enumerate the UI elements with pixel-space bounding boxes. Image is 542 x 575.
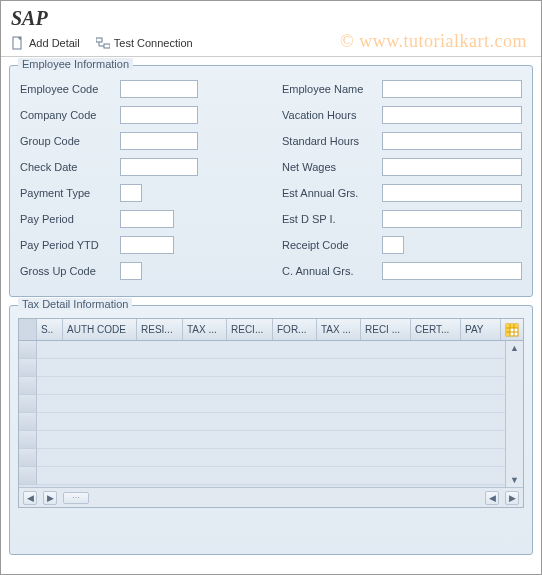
employee-info-title: Employee Information	[18, 58, 133, 70]
net-wages-label: Net Wages	[282, 161, 382, 173]
row-selector[interactable]	[19, 341, 37, 359]
vacation-hours-label: Vacation Hours	[282, 109, 382, 121]
row-selector[interactable]	[19, 377, 37, 395]
table-row[interactable]	[19, 395, 505, 413]
employee-name-input[interactable]	[382, 80, 522, 98]
row-cells	[37, 359, 505, 377]
est-annual-grs-input[interactable]	[382, 184, 522, 202]
check-date-label: Check Date	[20, 161, 120, 173]
table-layout-icon	[505, 323, 519, 337]
table-row[interactable]	[19, 467, 505, 485]
add-detail-label: Add Detail	[29, 37, 80, 49]
standard-hours-label: Standard Hours	[282, 135, 382, 147]
table-header: S.. AUTH CODE RESI... TAX ... RECI... FO…	[19, 319, 523, 341]
row-cells	[37, 431, 505, 449]
c-annual-grs-input[interactable]	[382, 262, 522, 280]
pay-period-ytd-label: Pay Period YTD	[20, 239, 120, 251]
est-d-sp-i-label: Est D SP I.	[282, 213, 382, 225]
row-cells	[37, 467, 505, 485]
standard-hours-input[interactable]	[382, 132, 522, 150]
new-document-icon	[11, 36, 25, 50]
company-code-label: Company Code	[20, 109, 120, 121]
employee-name-label: Employee Name	[282, 83, 382, 95]
vacation-hours-input[interactable]	[382, 106, 522, 124]
row-cells	[37, 395, 505, 413]
horizontal-scrollbar[interactable]: ◀ ▶ ⋯ ◀ ▶	[19, 487, 523, 507]
row-selector[interactable]	[19, 359, 37, 377]
pay-period-input[interactable]	[120, 210, 174, 228]
row-cells	[37, 413, 505, 431]
row-selector[interactable]	[19, 449, 37, 467]
scroll-left-end-button[interactable]: ◀	[485, 491, 499, 505]
receipt-code-label: Receipt Code	[282, 239, 382, 251]
group-code-label: Group Code	[20, 135, 120, 147]
row-selector[interactable]	[19, 413, 37, 431]
tax-detail-table: S.. AUTH CODE RESI... TAX ... RECI... FO…	[18, 318, 524, 508]
select-all-header[interactable]	[19, 319, 37, 340]
svg-rect-2	[104, 44, 110, 48]
scroll-thumb[interactable]: ⋯	[63, 492, 89, 504]
est-annual-grs-label: Est Annual Grs.	[282, 187, 382, 199]
svg-rect-1	[96, 38, 102, 42]
scroll-down-icon: ▼	[510, 475, 519, 485]
table-row[interactable]	[19, 431, 505, 449]
col-for[interactable]: FOR...	[273, 319, 317, 340]
add-detail-button[interactable]: Add Detail	[11, 36, 80, 50]
col-s[interactable]: S..	[37, 319, 63, 340]
group-code-input[interactable]	[120, 132, 198, 150]
row-cells	[37, 341, 505, 359]
tax-detail-group: Tax Detail Information S.. AUTH CODE RES…	[9, 305, 533, 555]
table-row[interactable]	[19, 413, 505, 431]
employee-code-input[interactable]	[120, 80, 198, 98]
col-cert[interactable]: CERT...	[411, 319, 461, 340]
payment-type-label: Payment Type	[20, 187, 120, 199]
table-row[interactable]	[19, 449, 505, 467]
est-d-sp-i-input[interactable]	[382, 210, 522, 228]
col-reci2[interactable]: RECI ...	[361, 319, 411, 340]
payment-type-input[interactable]	[120, 184, 142, 202]
pay-period-ytd-input[interactable]	[120, 236, 174, 254]
test-connection-button[interactable]: Test Connection	[96, 36, 193, 50]
col-pay[interactable]: PAY	[461, 319, 501, 340]
app-title: SAP	[1, 1, 541, 32]
table-row[interactable]	[19, 377, 505, 395]
toolbar: Add Detail Test Connection	[1, 32, 541, 57]
gross-up-code-input[interactable]	[120, 262, 142, 280]
row-cells	[37, 449, 505, 467]
test-connection-label: Test Connection	[114, 37, 193, 49]
col-auth-code[interactable]: AUTH CODE	[63, 319, 137, 340]
col-resi[interactable]: RESI...	[137, 319, 183, 340]
row-selector[interactable]	[19, 395, 37, 413]
scroll-left-button[interactable]: ◀	[23, 491, 37, 505]
col-tax2[interactable]: TAX ...	[317, 319, 361, 340]
row-cells	[37, 377, 505, 395]
check-date-input[interactable]	[120, 158, 198, 176]
gross-up-code-label: Gross Up Code	[20, 265, 120, 277]
vertical-scrollbar[interactable]: ▲ ▼	[505, 341, 523, 487]
scroll-right-end-button[interactable]: ▶	[505, 491, 519, 505]
net-wages-input[interactable]	[382, 158, 522, 176]
company-code-input[interactable]	[120, 106, 198, 124]
pay-period-label: Pay Period	[20, 213, 120, 225]
c-annual-grs-label: C. Annual Grs.	[282, 265, 382, 277]
table-config-button[interactable]	[501, 319, 523, 340]
table-row[interactable]	[19, 341, 505, 359]
col-reci1[interactable]: RECI...	[227, 319, 273, 340]
receipt-code-input[interactable]	[382, 236, 404, 254]
col-tax1[interactable]: TAX ...	[183, 319, 227, 340]
connection-icon	[96, 36, 110, 50]
scroll-up-icon: ▲	[510, 343, 519, 353]
scroll-right-button[interactable]: ▶	[43, 491, 57, 505]
table-row[interactable]	[19, 359, 505, 377]
employee-code-label: Employee Code	[20, 83, 120, 95]
row-selector[interactable]	[19, 467, 37, 485]
row-selector[interactable]	[19, 431, 37, 449]
employee-information-group: Employee Information Employee Code Compa…	[9, 65, 533, 297]
svg-rect-5	[506, 324, 518, 328]
